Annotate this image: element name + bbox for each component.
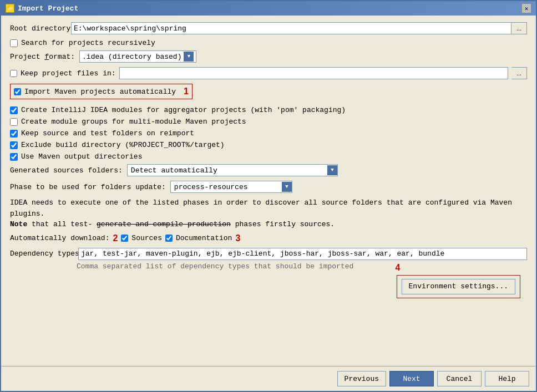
auto-download-row: Automatically download: 2 Sources Docume… <box>10 233 527 243</box>
create-modules-row: Create IntelliJ IDEA modules for aggrega… <box>10 106 527 114</box>
create-module-groups-label: Create module groups for multi-module Ma… <box>21 118 246 126</box>
idea-note-end: sources. <box>300 220 335 228</box>
generated-sources-arrow: ▼ <box>327 165 337 175</box>
generated-sources-label: Generated sources folders: <box>10 166 123 175</box>
create-module-groups-checkbox[interactable] <box>10 118 18 126</box>
phase-label: Phase to be used for folders update: <box>10 183 166 191</box>
project-format-value: .idea (directory based) <box>82 53 181 61</box>
exclude-build-row: Exclude build directory (%PROJECT_ROOT%/… <box>10 141 527 149</box>
dependency-types-input[interactable] <box>78 248 527 260</box>
search-recursively-checkbox[interactable] <box>10 39 18 47</box>
phase-arrow: ▼ <box>282 182 292 192</box>
generated-sources-row: Generated sources folders: Detect automa… <box>10 164 527 176</box>
project-format-arrow: ▼ <box>184 52 194 62</box>
idea-note-line2-middle: generate and compile production <box>97 220 231 228</box>
import-maven-checkbox[interactable] <box>14 88 21 95</box>
phase-value: process-resources <box>171 183 282 191</box>
use-maven-output-row: Use Maven output directories <box>10 152 527 161</box>
exclude-build-checkbox[interactable] <box>10 141 18 149</box>
auto-download-label: Automatically download: <box>10 234 109 242</box>
root-directory-input[interactable] <box>71 22 511 34</box>
window-title: Import Project <box>18 4 78 13</box>
keep-source-checkbox[interactable] <box>10 130 18 138</box>
root-directory-row: Root directory ... <box>10 22 527 34</box>
next-button[interactable]: Next <box>389 371 434 386</box>
dialog-footer: Previous Next Cancel Help <box>1 366 536 391</box>
cancel-button[interactable]: Cancel <box>437 371 482 386</box>
help-button[interactable]: Help <box>485 371 529 386</box>
generated-sources-value: Detect automatically <box>128 166 327 175</box>
env-section: 4 Environment settings... <box>10 275 527 298</box>
env-box-wrapper: 4 Environment settings... <box>397 275 520 298</box>
import-project-window: 📁 Import Project ✕ Root directory ... Se… <box>0 0 537 392</box>
keep-source-row: Keep source and test folders on reimport <box>10 129 527 138</box>
keep-project-files-checkbox[interactable] <box>10 70 17 77</box>
create-modules-label: Create IntelliJ IDEA modules for aggrega… <box>21 106 346 114</box>
dialog-content: Root directory ... Search for projects r… <box>1 16 536 366</box>
annotation-1: 1 <box>184 86 189 96</box>
annotation-4: 4 <box>396 263 401 273</box>
root-directory-browse[interactable]: ... <box>511 22 527 34</box>
import-maven-section: Import Maven projects automatically 1 <box>10 84 527 103</box>
generated-sources-dropdown[interactable]: Detect automatically ▼ <box>127 164 338 176</box>
title-bar-left: 📁 Import Project <box>6 4 78 13</box>
import-maven-label: Import Maven projects automatically <box>24 88 176 96</box>
annotation-2: 2 <box>113 233 118 243</box>
documentation-checkbox[interactable] <box>165 235 173 242</box>
sources-label: Sources <box>131 234 162 242</box>
idea-note-bold: Note <box>10 220 27 228</box>
dependency-types-label: Dependency types: <box>10 250 74 258</box>
keep-project-files-browse[interactable]: ... <box>511 67 527 79</box>
title-bar: 📁 Import Project ✕ <box>1 1 536 16</box>
use-maven-output-label: Use Maven output directories <box>21 152 142 161</box>
phase-row: Phase to be used for folders update: pro… <box>10 181 527 193</box>
phase-dropdown[interactable]: process-resources ▼ <box>170 181 292 193</box>
idea-note-phases: phases firstly <box>235 220 296 228</box>
create-module-groups-row: Create module groups for multi-module Ma… <box>10 118 527 126</box>
dependency-types-row: Dependency types: <box>10 248 527 260</box>
env-settings-button[interactable]: Environment settings... <box>402 279 515 294</box>
documentation-label: Documentation <box>176 234 232 242</box>
window-icon: 📁 <box>6 4 14 13</box>
idea-note-line1: IDEA needs to execute one of the listed … <box>10 198 512 218</box>
keep-project-files-row: Keep project files in: ... <box>10 67 527 79</box>
project-format-dropdown[interactable]: .idea (directory based) ▼ <box>79 50 196 63</box>
keep-project-files-label: Keep project files in: <box>21 69 116 78</box>
annotation-3: 3 <box>235 233 240 243</box>
exclude-build-label: Exclude build directory (%PROJECT_ROOT%/… <box>21 141 225 149</box>
import-maven-highlight: Import Maven projects automatically 1 <box>10 84 192 99</box>
close-button[interactable]: ✕ <box>521 3 531 13</box>
search-recursively-label: Search for projects recursively <box>21 39 155 47</box>
dependency-types-hint: Comma separated list of dependency types… <box>77 262 527 271</box>
previous-button[interactable]: Previous <box>337 371 386 386</box>
use-maven-output-checkbox[interactable] <box>10 153 18 161</box>
idea-note: IDEA needs to execute one of the listed … <box>10 197 527 230</box>
idea-note-line2-prefix: that all test- <box>32 220 92 228</box>
env-border-box: Environment settings... <box>397 275 520 298</box>
root-directory-label: Root directory <box>10 24 71 33</box>
search-recursively-row: Search for projects recursively <box>10 39 527 47</box>
create-modules-checkbox[interactable] <box>10 106 18 114</box>
sources-checkbox[interactable] <box>121 235 128 242</box>
keep-project-files-input[interactable] <box>119 67 508 79</box>
project-format-label: Project format: <box>10 53 75 61</box>
keep-source-label: Keep source and test folders on reimport <box>21 129 194 138</box>
project-format-row: Project format: .idea (directory based) … <box>10 50 527 63</box>
